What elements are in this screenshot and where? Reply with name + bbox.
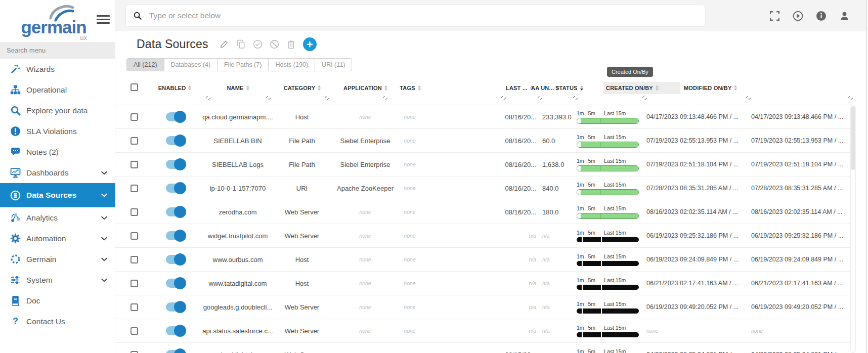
col-header-last[interactable]: LAST ...: [506, 82, 533, 94]
row-checkbox[interactable]: [131, 256, 138, 263]
sidebar-item-operational[interactable]: Operational: [0, 79, 115, 100]
row-checkbox[interactable]: [131, 303, 138, 311]
table-row[interactable]: www.tatadigital.com Host none none n/a n…: [115, 272, 854, 295]
enabled-toggle[interactable]: [166, 160, 185, 169]
enabled-toggle[interactable]: [166, 184, 185, 193]
sidebar-item-germain[interactable]: Germain: [0, 249, 115, 270]
column-resize-grip[interactable]: [746, 96, 751, 100]
chevron-down-icon: [100, 214, 108, 222]
sidebar-item-dashboards[interactable]: Dashboards: [0, 162, 115, 183]
row-checkbox[interactable]: [131, 113, 138, 121]
column-resize-grip[interactable]: [325, 96, 329, 100]
sidebar-item-data-sources[interactable]: Data Sources: [0, 183, 115, 207]
check-circle-icon[interactable]: [253, 39, 263, 49]
col-header-name[interactable]: NAME: [216, 82, 259, 94]
table-row[interactable]: googleads.g.doublecli... Web Server none…: [115, 295, 854, 319]
col-header-application[interactable]: APPLICATION: [334, 82, 397, 94]
ban-icon[interactable]: [270, 39, 279, 49]
sidebar-search-input[interactable]: [0, 42, 115, 59]
sidebar-item-explore-your-data[interactable]: Explore your data: [0, 100, 115, 121]
column-resize-grip[interactable]: [206, 96, 210, 100]
col-header-status[interactable]: STATUS: [555, 82, 583, 94]
tab-databases-4[interactable]: Databases (4): [164, 58, 218, 71]
user-icon[interactable]: [839, 11, 850, 21]
tab-hosts-190[interactable]: Hosts (190): [269, 58, 315, 71]
tab-file-paths-7[interactable]: File Paths (7): [218, 58, 269, 71]
table-row[interactable]: www.ourbus.com Host none none n/a n/a 1m…: [115, 248, 854, 272]
row-checkbox[interactable]: [131, 327, 138, 335]
enabled-toggle[interactable]: [166, 231, 185, 240]
col-header-tags[interactable]: TAGS: [395, 82, 426, 94]
table-row[interactable]: SIEBELLAB BIN File Path Siebel Enterpris…: [115, 129, 854, 153]
row-checkbox[interactable]: [131, 280, 138, 287]
table-row[interactable]: qa.cloud.germainapm.... Host none none 0…: [115, 105, 854, 129]
col-header-created[interactable]: CREATED ON/BY: [603, 82, 680, 94]
tab-uri-11[interactable]: URI (11): [315, 58, 352, 71]
sidebar-item-sla-violations[interactable]: SLA Violations: [0, 121, 115, 142]
scrollbar-thumb[interactable]: [851, 106, 855, 170]
column-resize-grip[interactable]: [538, 96, 542, 100]
enabled-toggle[interactable]: [166, 302, 185, 312]
sidebar-item-doc[interactable]: Doc: [0, 290, 115, 311]
col-header-modified[interactable]: MODIFIED ON/BY: [684, 82, 737, 94]
tab-all-212[interactable]: All (212): [126, 58, 164, 71]
enabled-toggle[interactable]: [166, 112, 185, 121]
tags-cell: none: [392, 153, 427, 176]
enabled-toggle[interactable]: [166, 207, 185, 216]
add-button[interactable]: [303, 37, 317, 51]
column-resize-grip[interactable]: [383, 96, 387, 100]
enabled-toggle[interactable]: [166, 279, 185, 288]
last-cell: 08/16/20...: [475, 129, 536, 152]
category-cell: Web Server: [272, 200, 332, 224]
row-checkbox[interactable]: [131, 208, 138, 216]
sidebar-item-automation[interactable]: Automation: [0, 228, 115, 249]
column-resize-grip[interactable]: [266, 96, 271, 100]
enabled-toggle[interactable]: [166, 350, 185, 353]
category-cell: Web Server: [272, 319, 332, 342]
copy-icon[interactable]: [236, 39, 246, 49]
created-cell: 07/28/2023 08:35:31.285 AM / ...: [646, 176, 753, 200]
table-row[interactable]: ip-10-0-1-157:7070 URI Apache ZooKeeper …: [115, 176, 854, 200]
column-resize-grip[interactable]: [642, 96, 647, 100]
sidebar-item-contact-us[interactable]: ? Contact Us: [0, 311, 115, 332]
category-cell: Web Server: [272, 295, 332, 319]
col-header-enabled[interactable]: ENABLED: [153, 82, 196, 94]
enabled-toggle[interactable]: [166, 255, 185, 264]
row-checkbox[interactable]: [131, 185, 138, 192]
global-search-input[interactable]: [148, 11, 698, 21]
category-cell: Host: [272, 272, 332, 295]
enabled-toggle[interactable]: [166, 326, 185, 335]
table-row[interactable]: SIEBELLAB Logs File Path Siebel Enterpri…: [115, 153, 854, 176]
sidebar-item-notes-2[interactable]: Notes (2): [0, 142, 115, 162]
application-cell: none: [332, 272, 398, 295]
hamburger-menu-icon[interactable]: [97, 13, 110, 26]
fullscreen-icon[interactable]: [769, 11, 780, 21]
column-resize-grip[interactable]: [501, 96, 506, 100]
select-all-checkbox[interactable]: [131, 83, 138, 91]
table-row[interactable]: cloud.lightni... Web Server none none 08…: [115, 343, 854, 353]
play-icon[interactable]: [793, 11, 803, 21]
sidebar-item-wizards[interactable]: Wizards: [0, 59, 115, 79]
category-cell: URI: [272, 176, 332, 200]
enabled-toggle[interactable]: [166, 136, 185, 145]
pencil-icon[interactable]: [220, 39, 229, 49]
application-cell: none: [332, 295, 398, 319]
table-row[interactable]: widget.trustpilot.com Web Server none no…: [115, 224, 854, 248]
sidebar-item-analytics[interactable]: Analytics: [0, 207, 115, 228]
status-bar: [577, 261, 639, 266]
column-resize-grip[interactable]: [573, 96, 578, 100]
col-header-category[interactable]: CATEGORY: [276, 82, 329, 94]
chevron-down-icon: [100, 255, 108, 263]
status-cell: 1m 5mLast 15m: [577, 248, 639, 271]
row-checkbox[interactable]: [131, 351, 138, 353]
global-search-box[interactable]: [125, 5, 706, 27]
row-checkbox[interactable]: [131, 137, 138, 145]
table-row[interactable]: api.status.salesforce.c... Web Server no…: [115, 319, 854, 343]
table-row[interactable]: zerodha.com Web Server none none 08/16/2…: [115, 200, 854, 224]
sidebar-item-system[interactable]: System: [0, 270, 115, 290]
trash-icon[interactable]: [286, 39, 296, 49]
row-checkbox[interactable]: [131, 161, 138, 168]
info-icon[interactable]: [816, 11, 827, 21]
row-checkbox[interactable]: [131, 232, 138, 240]
column-resize-grip[interactable]: [848, 96, 853, 100]
